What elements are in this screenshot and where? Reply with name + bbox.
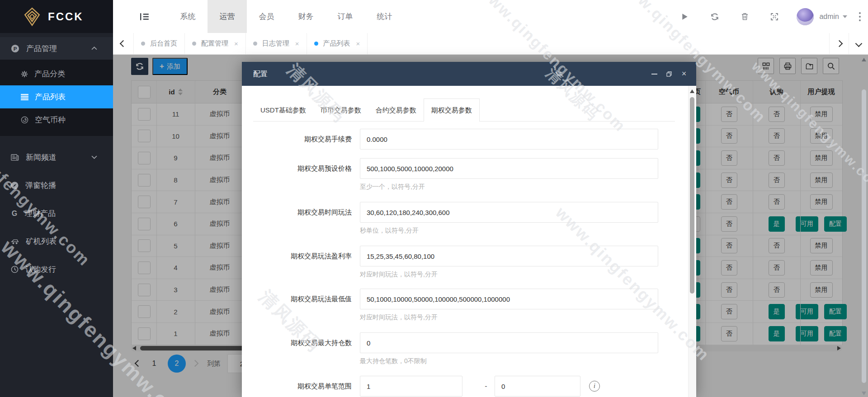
- nav-item-统计[interactable]: 统计: [365, 0, 404, 33]
- form-field: 期权交易时间玩法秒单位，以符号,分开: [242, 202, 675, 223]
- field-help-text: 最大持仓笔数，0不限制: [360, 357, 427, 365]
- form-field: 期权交易玩法盈利率对应时间玩法，以符号,分开: [242, 246, 675, 266]
- sidebar-item-理财产品[interactable]: G理财产品: [0, 199, 113, 227]
- info-icon[interactable]: i: [589, 381, 600, 392]
- trash-icon: [741, 13, 748, 20]
- range-min-input[interactable]: [360, 376, 462, 397]
- modal-scrollbar[interactable]: [688, 86, 696, 397]
- tab-close-icon[interactable]: ×: [295, 40, 299, 47]
- field-help-text: 至少一个，以符号,分开: [360, 183, 425, 191]
- finance-icon: G: [11, 210, 18, 217]
- sidebar-collapse-button[interactable]: [136, 0, 154, 33]
- navbar-fullscreen-button[interactable]: [766, 0, 783, 33]
- svg-text:P: P: [14, 46, 17, 51]
- navbar-trash-button[interactable]: [736, 0, 753, 33]
- username[interactable]: admin: [819, 13, 839, 21]
- close-icon[interactable]: ×: [678, 62, 690, 86]
- logo-diamond-icon: [24, 7, 41, 26]
- product-icon: P: [11, 44, 19, 53]
- nav-item-订单[interactable]: 订单: [326, 0, 365, 33]
- sidebar-item-新闻频道[interactable]: 新闻频道: [0, 143, 113, 171]
- field-label: 期权交易玩法盈利率: [242, 246, 352, 266]
- field-input[interactable]: [360, 289, 658, 309]
- navbar-play-button[interactable]: [676, 0, 693, 33]
- tab-配置管理[interactable]: 配置管理×: [185, 33, 246, 54]
- chevron-down-icon: [91, 155, 97, 159]
- sidebar-item-label: 产品管理: [26, 43, 57, 54]
- more-menu-button[interactable]: [859, 11, 861, 22]
- logo: FCCK: [0, 0, 113, 33]
- gear-icon: [21, 70, 28, 78]
- sidebar-item-矿机列表[interactable]: 矿机列表: [0, 227, 113, 255]
- tab-close-icon[interactable]: ×: [356, 40, 360, 47]
- navbar-refresh-button[interactable]: [706, 0, 723, 33]
- field-label: 期权交易预设价格: [242, 158, 352, 179]
- navbar-right: admin: [664, 0, 863, 33]
- tabbar-menu-button[interactable]: [849, 33, 868, 54]
- tabbar-scroll-right-button[interactable]: [829, 33, 849, 54]
- modal-tab-币币交易参数[interactable]: 币币交易参数: [313, 99, 368, 121]
- sidebar-item-label: 认购发行: [25, 264, 56, 275]
- sidebar-item-产品列表[interactable]: 产品列表: [0, 85, 113, 108]
- scroll-up-icon[interactable]: [690, 89, 694, 93]
- chevron-left-icon: [120, 40, 127, 47]
- tab-close-icon[interactable]: ×: [234, 40, 238, 47]
- caret-down-icon[interactable]: [843, 15, 847, 18]
- field-help-text: 对应时间玩法，以符号,分开: [360, 271, 438, 279]
- form-field: 期权交易最大持仓数最大持仓笔数，0不限制: [242, 332, 675, 353]
- modal-title: 配置: [253, 62, 268, 86]
- form-field: 期权交易手续费: [242, 129, 675, 149]
- tab-产品列表[interactable]: 产品列表×: [307, 33, 368, 54]
- modal-tab-USDT基础参数[interactable]: USDT基础参数: [253, 99, 313, 121]
- minimize-button[interactable]: [648, 62, 660, 86]
- sidebar-submenu: 产品分类产品列表空气币种: [0, 60, 113, 136]
- field-input[interactable]: [360, 202, 658, 223]
- field-input[interactable]: [360, 129, 658, 149]
- sidebar-item-产品管理[interactable]: P产品管理: [0, 37, 113, 60]
- tab-日志管理[interactable]: 日志管理×: [246, 33, 307, 54]
- modal-tab-期权交易参数[interactable]: 期权交易参数: [424, 98, 480, 121]
- sidebar-item-认购发行[interactable]: 认购发行: [0, 255, 113, 283]
- config-modal: 配置 × USDT基础参数币币交易参数合约交易参数期权交易参数 期权交易手续费期…: [242, 62, 696, 397]
- maximize-button[interactable]: [663, 62, 675, 86]
- sidebar-item-产品分类[interactable]: 产品分类: [0, 62, 113, 85]
- form-field: 期权交易单笔范围-i: [242, 376, 675, 397]
- page-scrollbar-thumb[interactable]: [862, 89, 866, 383]
- modal-tabs: USDT基础参数币币交易参数合约交易参数期权交易参数: [253, 98, 675, 121]
- tabbar-tabs: 后台首页配置管理×日志管理×产品列表×: [134, 33, 368, 54]
- page-scrollbar[interactable]: [860, 54, 868, 397]
- shrink-icon: [140, 13, 150, 21]
- sidebar-item-label: 新闻频道: [26, 152, 57, 163]
- field-label: 期权交易玩法最低值: [242, 289, 352, 309]
- nav-item-运营[interactable]: 运营: [208, 0, 247, 33]
- sidebar-item-label: 产品分类: [34, 69, 65, 79]
- nav-item-财务[interactable]: 财务: [286, 0, 326, 33]
- tab-label: 日志管理: [262, 39, 289, 48]
- avatar[interactable]: [797, 8, 814, 25]
- field-input[interactable]: [360, 332, 658, 353]
- modal-titlebar[interactable]: 配置 ×: [242, 62, 696, 86]
- chevron-up-icon: [91, 47, 97, 50]
- field-input[interactable]: [360, 158, 658, 179]
- refresh-icon: [711, 13, 719, 21]
- tabbar-scroll-left-button[interactable]: [113, 33, 134, 54]
- modal-tab-合约交易参数[interactable]: 合约交易参数: [368, 99, 424, 121]
- restore-icon: [666, 71, 672, 77]
- field-label: 期权交易手续费: [242, 129, 352, 149]
- sidebar-item-空气币种[interactable]: 空气币种: [0, 108, 113, 131]
- tab-label: 配置管理: [201, 39, 228, 48]
- sidebar-item-弹窗轮播[interactable]: 弹窗轮播: [0, 171, 113, 199]
- main-menu: 系统运营会员财务订单统计: [168, 0, 404, 33]
- fullscreen-icon: [771, 13, 778, 20]
- tab-后台首页[interactable]: 后台首页: [134, 33, 185, 54]
- field-help-text: 秒单位，以符号,分开: [360, 227, 419, 235]
- scroll-up-icon[interactable]: [862, 58, 866, 61]
- sidebar: P产品管理产品分类产品列表空气币种新闻频道弹窗轮播G理财产品矿机列表认购发行: [0, 33, 113, 397]
- nav-item-系统[interactable]: 系统: [168, 0, 208, 33]
- field-input[interactable]: [360, 246, 658, 266]
- modal-scrollbar-thumb[interactable]: [690, 97, 694, 294]
- range-max-input[interactable]: [495, 376, 580, 397]
- tab-dot-icon: [141, 42, 145, 46]
- scroll-down-icon[interactable]: [862, 392, 866, 395]
- nav-item-会员[interactable]: 会员: [247, 0, 286, 33]
